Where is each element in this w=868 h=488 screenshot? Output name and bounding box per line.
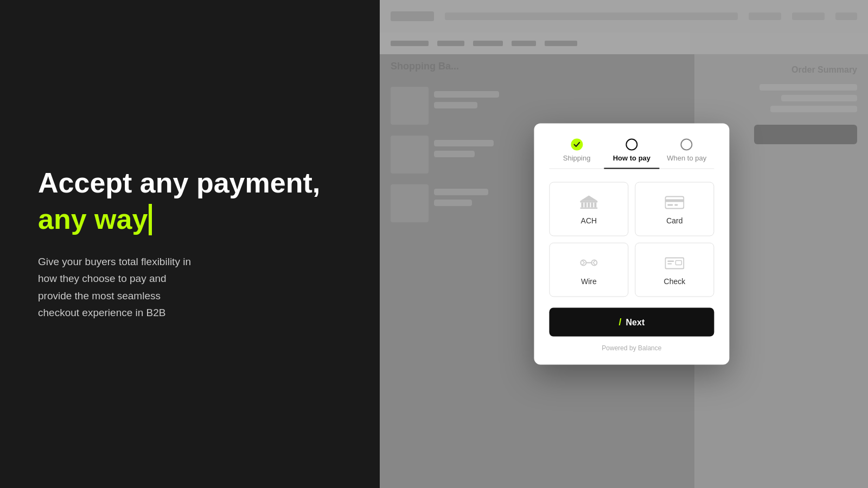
payment-wire-label: Wire (581, 277, 597, 286)
step-shipping: Shipping (549, 139, 604, 169)
svg-rect-17 (675, 261, 681, 265)
svg-rect-15 (667, 261, 674, 262)
payment-option-check[interactable]: Check (635, 243, 714, 297)
wire-icon (578, 254, 599, 272)
stepper: Shipping How to pay When to pay (549, 139, 714, 169)
svg-rect-0 (580, 201, 597, 203)
next-button-label: Next (626, 317, 645, 327)
svg-rect-3 (588, 203, 590, 208)
check-payment-icon (663, 254, 685, 272)
next-button[interactable]: / Next (549, 308, 714, 337)
headline-line1: Accept any payment, (38, 167, 342, 200)
step-when-to-pay-check (681, 139, 693, 151)
headline-accent: any way (38, 203, 342, 236)
payment-check-label: Check (664, 277, 686, 286)
svg-rect-1 (581, 203, 583, 208)
svg-rect-16 (667, 264, 672, 265)
payment-option-card[interactable]: Card (635, 182, 714, 236)
svg-rect-10 (667, 204, 673, 206)
svg-marker-7 (580, 196, 597, 201)
powered-by: Powered by Balance (549, 344, 714, 352)
payment-option-wire[interactable]: Wire (549, 243, 628, 297)
svg-rect-9 (665, 200, 684, 202)
svg-point-13 (591, 260, 597, 266)
payment-card-label: Card (666, 216, 682, 225)
next-slash-icon: / (619, 317, 622, 328)
accent-bar (149, 204, 152, 235)
right-panel: Shopping Ba... Order Summary Shipping (380, 0, 868, 488)
left-panel: Accept any payment, any way Give your bu… (0, 0, 380, 488)
svg-rect-11 (674, 204, 678, 206)
step-shipping-check (571, 139, 583, 151)
svg-rect-4 (591, 203, 593, 208)
step-how-to-pay-check (626, 139, 637, 151)
payment-options-grid: ACH Card (549, 182, 714, 297)
svg-point-12 (580, 260, 586, 266)
step-how-to-pay: How to pay (604, 139, 659, 169)
step-when-to-pay: When to pay (659, 139, 714, 169)
step-how-to-pay-label: How to pay (613, 154, 650, 162)
payment-option-ach[interactable]: ACH (549, 182, 628, 236)
svg-rect-6 (580, 208, 597, 209)
step-when-to-pay-label: When to pay (667, 154, 706, 162)
payment-ach-label: ACH (581, 216, 597, 225)
bank-icon (578, 194, 599, 211)
headline-line2: any way (38, 203, 148, 236)
svg-rect-8 (665, 197, 684, 209)
svg-rect-5 (594, 203, 596, 208)
svg-rect-2 (584, 203, 586, 208)
card-icon (663, 194, 685, 211)
body-text: Give your buyers total flexibility inhow… (38, 253, 342, 321)
step-shipping-label: Shipping (563, 154, 591, 162)
payment-modal: Shipping How to pay When to pay (534, 124, 729, 365)
